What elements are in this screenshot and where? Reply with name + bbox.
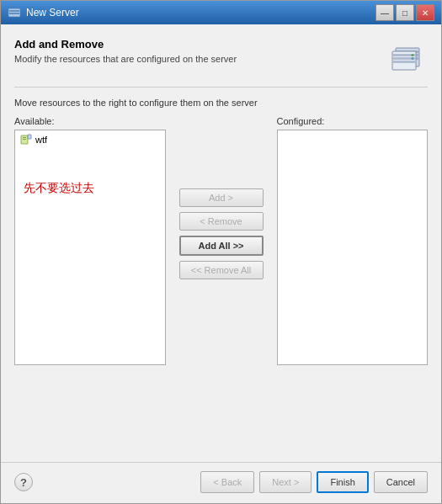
svg-rect-14 bbox=[23, 137, 26, 138]
project-icon bbox=[20, 134, 32, 146]
close-button[interactable]: ✕ bbox=[416, 4, 434, 21]
svg-rect-1 bbox=[9, 10, 19, 12]
configured-label: Configured: bbox=[277, 116, 429, 126]
available-section: Available: wtf 先不要选过去 bbox=[14, 116, 166, 365]
annotation-text: 先不要选过去 bbox=[24, 181, 94, 196]
available-list[interactable]: wtf 先不要选过去 bbox=[14, 130, 166, 365]
header-text: Add and Remove Modify the resources that… bbox=[14, 38, 237, 64]
footer-right: < Back Next > Finish Cancel bbox=[200, 471, 428, 493]
back-button[interactable]: < Back bbox=[200, 471, 254, 493]
available-label: Available: bbox=[14, 116, 166, 126]
header-title: Add and Remove bbox=[14, 38, 237, 50]
remove-button[interactable]: < Remove bbox=[179, 212, 264, 231]
footer-left: ? bbox=[14, 473, 33, 491]
svg-point-12 bbox=[412, 57, 414, 60]
new-server-dialog: New Server — □ ✕ Add and Remove Modify t… bbox=[0, 0, 442, 504]
minimize-button[interactable]: — bbox=[375, 4, 394, 21]
configured-section: Configured: bbox=[277, 116, 429, 365]
dialog-content: Add and Remove Modify the resources that… bbox=[1, 24, 441, 462]
svg-rect-16 bbox=[28, 135, 31, 139]
available-item-label: wtf bbox=[35, 135, 47, 145]
finish-button[interactable]: Finish bbox=[317, 471, 368, 493]
svg-point-11 bbox=[412, 54, 414, 56]
instruction-text: Move resources to the right to configure… bbox=[14, 98, 428, 108]
svg-rect-15 bbox=[23, 139, 26, 140]
transfer-buttons: Add > < Remove Add All >> << Remove All bbox=[173, 116, 270, 352]
help-button[interactable]: ? bbox=[14, 473, 33, 491]
dialog-footer: ? < Back Next > Finish Cancel bbox=[1, 462, 441, 503]
window-title: New Server bbox=[26, 7, 79, 19]
add-all-button[interactable]: Add All >> bbox=[179, 236, 264, 256]
title-bar-buttons: — □ ✕ bbox=[375, 4, 434, 21]
svg-rect-10 bbox=[393, 61, 415, 63]
title-bar: New Server — □ ✕ bbox=[1, 1, 441, 24]
configured-list[interactable] bbox=[277, 130, 429, 365]
columns-area: Available: wtf 先不要选过去 bbox=[14, 116, 428, 448]
window-icon bbox=[8, 6, 21, 19]
cancel-button[interactable]: Cancel bbox=[374, 471, 428, 493]
next-button[interactable]: Next > bbox=[259, 471, 312, 493]
header-description: Modify the resources that are configured… bbox=[14, 54, 237, 64]
svg-rect-2 bbox=[9, 13, 19, 14]
maximize-button[interactable]: □ bbox=[396, 4, 414, 21]
add-button[interactable]: Add > bbox=[179, 188, 264, 207]
list-item[interactable]: wtf bbox=[17, 132, 163, 147]
header-icon bbox=[387, 38, 428, 78]
remove-all-button[interactable]: << Remove All bbox=[179, 261, 264, 279]
header-section: Add and Remove Modify the resources that… bbox=[14, 38, 428, 88]
title-bar-left: New Server bbox=[8, 6, 79, 19]
